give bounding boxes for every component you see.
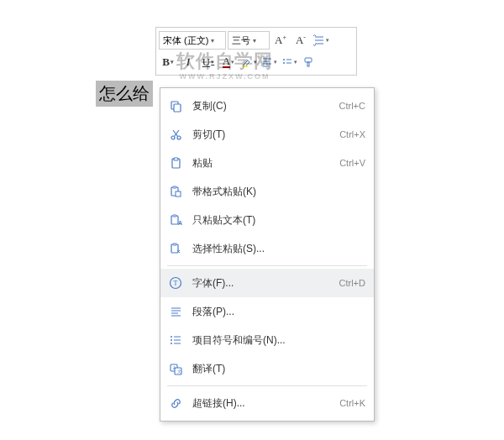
paragraph-icon: [167, 303, 184, 320]
menu-label: 只粘贴文本(T): [192, 213, 365, 228]
floating-toolbar: 宋体 (正文) ▾ 三号 ▾ A+ A- B I U A: [155, 27, 357, 76]
menu-label: 超链接(H)...: [192, 396, 339, 411]
line-spacing-button[interactable]: [312, 31, 330, 50]
hyperlink-icon: [167, 395, 184, 411]
menu-item-font[interactable]: T 字体(F)... Ctrl+D: [160, 269, 374, 297]
menu-label: 字体(F)...: [192, 276, 339, 291]
menu-item-cut[interactable]: 剪切(T) Ctrl+X: [160, 120, 374, 149]
menu-item-paste-format[interactable]: 带格式粘贴(K): [160, 177, 374, 206]
align-button[interactable]: [260, 53, 278, 71]
menu-shortcut: Ctrl+D: [339, 278, 365, 288]
copy-icon: [167, 97, 184, 114]
toolbar-row-2: B I U A: [159, 52, 354, 72]
svg-point-21: [171, 336, 172, 338]
svg-rect-0: [243, 65, 248, 67]
svg-rect-18: [173, 244, 176, 245]
font-icon: T: [167, 275, 184, 291]
menu-label: 翻译(T): [192, 362, 365, 376]
font-color-button[interactable]: A: [219, 53, 238, 71]
selected-text[interactable]: 怎么给: [96, 81, 153, 107]
chevron-down-icon: ▾: [211, 37, 214, 45]
svg-text:文: 文: [177, 369, 181, 374]
svg-rect-10: [174, 158, 178, 160]
svg-point-22: [171, 339, 172, 341]
menu-label: 段落(P)...: [192, 305, 365, 319]
svg-rect-6: [174, 104, 181, 112]
highlight-button[interactable]: [239, 53, 258, 71]
menu-label: 复制(C): [192, 99, 339, 113]
chevron-down-icon: ▾: [253, 37, 256, 45]
menu-shortcut: Ctrl+X: [339, 129, 365, 139]
menu-separator: [167, 385, 367, 386]
svg-rect-12: [173, 186, 176, 188]
increase-font-button[interactable]: A+: [271, 31, 290, 50]
menu-label: 剪切(T): [192, 128, 339, 142]
toolbar-row-1: 宋体 (正文) ▾ 三号 ▾ A+ A-: [159, 30, 354, 50]
menu-item-paste-text[interactable]: A 只粘贴文本(T): [160, 206, 374, 234]
cut-icon: [167, 126, 184, 143]
menu-label: 粘贴: [192, 156, 339, 170]
decrease-font-button[interactable]: A-: [291, 31, 310, 50]
svg-rect-13: [176, 191, 181, 196]
translate-icon: A文: [167, 360, 184, 377]
menu-item-copy[interactable]: 复制(C) Ctrl+C: [160, 92, 374, 120]
svg-point-1: [283, 59, 285, 60]
menu-item-bullets[interactable]: 项目符号和编号(N)...: [160, 326, 374, 354]
underline-button[interactable]: U: [199, 53, 218, 71]
svg-text:A: A: [178, 220, 182, 226]
menu-item-paste[interactable]: 粘贴 Ctrl+V: [160, 149, 374, 177]
menu-shortcut: Ctrl+V: [339, 158, 365, 168]
svg-text:T: T: [174, 280, 178, 287]
menu-shortcut: Ctrl+C: [339, 101, 365, 111]
font-name-dropdown[interactable]: 宋体 (正文) ▾: [159, 31, 226, 50]
svg-point-23: [171, 343, 172, 344]
context-menu: 复制(C) Ctrl+C 剪切(T) Ctrl+X 粘贴 Ctrl+V 带格式粘…: [160, 87, 375, 422]
font-size-value: 三号: [232, 34, 250, 47]
menu-label: 项目符号和编号(N)...: [192, 333, 365, 348]
paste-special-icon: [167, 240, 184, 257]
paste-icon: [167, 155, 184, 171]
menu-item-paste-special[interactable]: 选择性粘贴(S)...: [160, 234, 374, 263]
italic-button[interactable]: I: [179, 53, 197, 71]
menu-item-paragraph[interactable]: 段落(P)...: [160, 297, 374, 326]
font-name-value: 宋体 (正文): [163, 34, 208, 47]
bold-button[interactable]: B: [159, 53, 177, 71]
menu-shortcut: Ctrl+K: [339, 398, 365, 408]
menu-item-translate[interactable]: A文 翻译(T): [160, 354, 374, 383]
menu-separator: [167, 265, 367, 266]
menu-item-hyperlink[interactable]: 超链接(H)... Ctrl+K: [160, 389, 374, 417]
bullets-icon: [167, 332, 184, 348]
menu-label: 带格式粘贴(K): [192, 185, 365, 199]
paste-format-icon: [167, 183, 184, 200]
svg-rect-15: [173, 215, 176, 217]
font-size-dropdown[interactable]: 三号 ▾: [228, 31, 270, 50]
menu-label: 选择性粘贴(S)...: [192, 242, 365, 256]
bullets-button[interactable]: [280, 53, 298, 71]
format-painter-button[interactable]: [300, 53, 318, 71]
svg-rect-4: [307, 62, 309, 66]
svg-point-2: [283, 62, 285, 64]
svg-rect-3: [305, 58, 312, 62]
paste-text-icon: A: [167, 212, 184, 228]
